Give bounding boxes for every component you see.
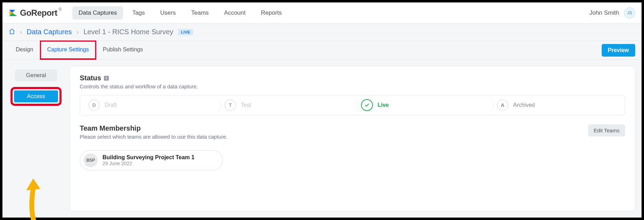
avatar[interactable]: JS: [624, 7, 635, 19]
breadcrumb-link[interactable]: Data Captures: [27, 28, 72, 36]
team-name: Building Surveying Project Team 1: [102, 154, 194, 161]
top-nav: GoReport ® Data Captures Tags Users Team…: [2, 2, 642, 23]
info-icon[interactable]: i: [104, 76, 109, 81]
brand-name: GoReport: [20, 8, 57, 18]
logo-icon: [9, 8, 18, 17]
step-label: Live: [378, 102, 389, 108]
status-step-live[interactable]: Live: [353, 95, 489, 115]
main-panel: Status i Controls the status and workflo…: [70, 66, 635, 211]
nav-reports[interactable]: Reports: [255, 6, 288, 20]
step-label: Archived: [513, 102, 535, 108]
tab-design[interactable]: Design: [9, 41, 40, 59]
chevron-right-icon: ›: [20, 29, 22, 35]
status-desc: Controls the status and workflow of a da…: [80, 83, 625, 89]
settings-sidebar: General Access: [9, 66, 63, 211]
step-code: D: [89, 100, 100, 111]
step-code: A: [497, 100, 508, 111]
team-avatar: BSP: [84, 153, 98, 167]
nav-account[interactable]: Account: [218, 6, 252, 20]
status-step-archived[interactable]: A Archived: [489, 95, 625, 115]
team-desc: Please select which teams are allowed to…: [80, 134, 227, 140]
status-workflow: D Draft T Test Live A: [80, 95, 625, 115]
home-icon[interactable]: [9, 28, 15, 36]
nav-teams[interactable]: Teams: [185, 6, 215, 20]
nav-data-captures[interactable]: Data Captures: [72, 6, 123, 20]
chevron-right-icon: ›: [77, 29, 78, 35]
sidebar-item-general[interactable]: General: [15, 69, 57, 81]
highlight-box-access: Access: [13, 89, 59, 104]
checkmark-icon: [361, 99, 373, 111]
current-user-name: John Smith: [589, 9, 619, 16]
primary-nav: Data Captures Tags Users Teams Account R…: [72, 6, 288, 20]
status-badge: LIVE: [178, 29, 193, 35]
registered-mark: ®: [59, 7, 62, 12]
step-code: T: [225, 100, 236, 111]
team-title: Team Membership: [80, 124, 227, 132]
edit-teams-button[interactable]: Edit Teams: [588, 124, 625, 137]
tab-capture-settings[interactable]: Capture Settings: [40, 41, 96, 59]
status-step-test[interactable]: T Test: [216, 95, 352, 115]
step-label: Test: [241, 102, 251, 108]
brand-logo[interactable]: GoReport ®: [9, 8, 63, 18]
team-date: 29 June 2022: [102, 161, 194, 166]
page-tabs: Design Capture Settings Publish Settings…: [2, 41, 642, 60]
status-title: Status i: [80, 74, 625, 82]
status-step-draft[interactable]: D Draft: [80, 95, 216, 115]
nav-users[interactable]: Users: [154, 6, 182, 20]
team-chip[interactable]: BSP Building Surveying Project Team 1 29…: [80, 150, 223, 170]
nav-tags[interactable]: Tags: [126, 6, 151, 20]
status-title-text: Status: [80, 74, 101, 82]
breadcrumb-current: Level 1 - RICS Home Survey: [84, 28, 174, 36]
tab-publish-settings[interactable]: Publish Settings: [96, 41, 150, 59]
preview-button[interactable]: Preview: [602, 44, 635, 57]
sidebar-item-access[interactable]: Access: [14, 90, 58, 102]
step-label: Draft: [105, 102, 117, 108]
breadcrumb: › Data Captures › Level 1 - RICS Home Su…: [2, 23, 642, 41]
